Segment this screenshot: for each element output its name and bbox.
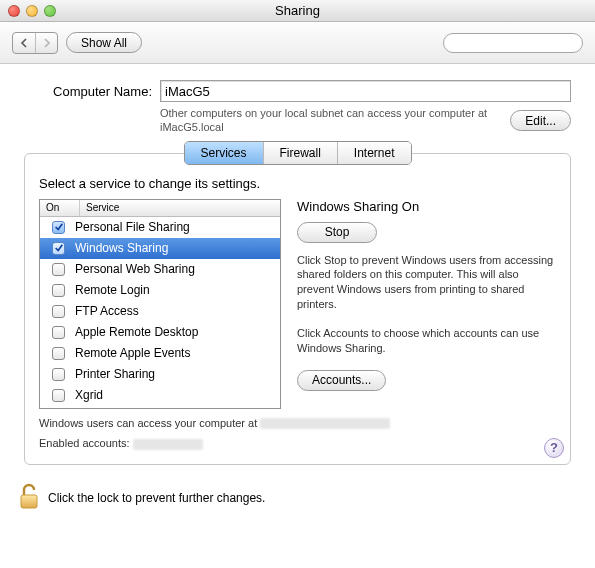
list-row[interactable]: Remote Login [40, 280, 280, 301]
search-field[interactable] [443, 33, 583, 53]
service-checkbox[interactable] [52, 389, 65, 402]
service-checkbox[interactable] [52, 284, 65, 297]
help-button[interactable]: ? [544, 438, 564, 458]
list-row[interactable]: Apple Remote Desktop [40, 322, 280, 343]
list-header: On Service [40, 200, 280, 217]
computer-name-input[interactable] [160, 80, 571, 102]
search-input[interactable] [454, 37, 592, 49]
service-checkbox[interactable] [52, 221, 65, 234]
service-name: Personal File Sharing [75, 220, 190, 234]
service-name: Apple Remote Desktop [75, 325, 198, 339]
service-name: Xgrid [75, 388, 103, 402]
service-checkbox[interactable] [52, 326, 65, 339]
access-status: Windows users can access your computer a… [39, 417, 556, 430]
service-name: FTP Access [75, 304, 139, 318]
service-checkbox[interactable] [52, 242, 65, 255]
redacted-accounts [133, 439, 203, 450]
service-detail: Windows Sharing On Stop Click Stop to pr… [297, 199, 556, 409]
redacted-address [260, 418, 390, 429]
accounts-hint: Click Accounts to choose which accounts … [297, 326, 556, 356]
enabled-accounts: Enabled accounts: [39, 437, 556, 450]
list-row[interactable]: FTP Access [40, 301, 280, 322]
svg-rect-2 [21, 495, 37, 508]
list-row[interactable]: Personal Web Sharing [40, 259, 280, 280]
list-header-service[interactable]: Service [80, 200, 280, 216]
detail-description: Click Stop to prevent Windows users from… [297, 253, 556, 312]
tab-internet[interactable]: Internet [337, 142, 411, 164]
sharing-group: Services Firewall Internet Select a serv… [24, 153, 571, 465]
service-checkbox[interactable] [52, 305, 65, 318]
show-all-button[interactable]: Show All [66, 32, 142, 53]
service-checkbox[interactable] [52, 368, 65, 381]
computer-name-subtext: Other computers on your local subnet can… [160, 106, 510, 135]
list-header-on[interactable]: On [40, 200, 80, 216]
service-name: Personal Web Sharing [75, 262, 195, 276]
list-row[interactable]: Windows Sharing [40, 238, 280, 259]
stop-button[interactable]: Stop [297, 222, 377, 243]
tab-bar: Services Firewall Internet [183, 141, 411, 165]
nav-segment [12, 32, 58, 54]
services-list[interactable]: On Service Personal File SharingWindows … [39, 199, 281, 409]
back-button[interactable] [13, 33, 35, 53]
lock-icon[interactable] [18, 483, 40, 514]
accounts-button[interactable]: Accounts... [297, 370, 386, 391]
instruction-text: Select a service to change its settings. [39, 176, 556, 191]
service-name: Printer Sharing [75, 367, 155, 381]
service-name: Remote Apple Events [75, 346, 190, 360]
list-row[interactable]: Xgrid [40, 385, 280, 406]
lock-text: Click the lock to prevent further change… [48, 491, 265, 505]
list-row[interactable]: Printer Sharing [40, 364, 280, 385]
list-row[interactable]: Remote Apple Events [40, 343, 280, 364]
window-title: Sharing [0, 3, 595, 18]
forward-button[interactable] [35, 33, 57, 53]
tab-services[interactable]: Services [184, 142, 262, 164]
window-titlebar: Sharing [0, 0, 595, 22]
service-name: Windows Sharing [75, 241, 168, 255]
service-checkbox[interactable] [52, 263, 65, 276]
service-checkbox[interactable] [52, 347, 65, 360]
list-row[interactable]: Personal File Sharing [40, 217, 280, 238]
tab-firewall[interactable]: Firewall [262, 142, 336, 164]
lock-row: Click the lock to prevent further change… [0, 469, 595, 524]
edit-button[interactable]: Edit... [510, 110, 571, 131]
computer-name-label: Computer Name: [24, 84, 152, 99]
service-name: Remote Login [75, 283, 150, 297]
detail-title: Windows Sharing On [297, 199, 556, 214]
toolbar: Show All [0, 22, 595, 64]
